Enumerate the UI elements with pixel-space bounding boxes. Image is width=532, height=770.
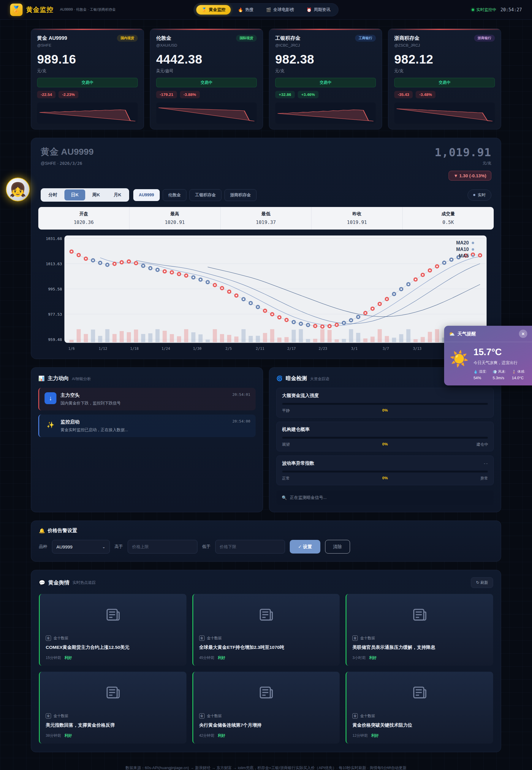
newspaper-icon: [105, 684, 121, 701]
signal-title: 监控启动: [61, 419, 128, 425]
main-force-panel: 📊 主力动向 AI智能分析 ↓ 主力空头 国内黄金价下跌，监控到下跌信号 20:…: [31, 367, 263, 512]
tab-instrument-au9999[interactable]: AU9999: [133, 189, 160, 201]
svg-text:MA20: MA20: [456, 240, 469, 245]
change-percent: +3.46%: [298, 91, 319, 98]
thermometer-icon: 🌡️: [512, 370, 516, 374]
wind-stat: 💨风速: 5.3m/s: [493, 369, 506, 380]
card-title: 伦敦金: [156, 35, 171, 42]
jin10-source-icon: 金: [352, 713, 358, 719]
news-time: 12分钟前: [352, 733, 368, 738]
weather-title: 天气提醒: [457, 331, 476, 337]
stat-value: 1020.91: [129, 219, 220, 225]
above-label: 高于: [115, 544, 123, 549]
main-nav: 🏅 黄金监控 🔥 热搜 🎬 全球电影榜 ⏰ 周期资讯: [194, 3, 338, 16]
close-icon[interactable]: ✕: [519, 330, 527, 338]
clear-alert-button[interactable]: 清除: [325, 540, 350, 554]
assistant-avatar[interactable]: 👧: [6, 178, 30, 201]
news-card[interactable]: 金金十数据全球最大黄金ETF持仓增加2.3吨至1070吨45分钟前利好: [192, 594, 340, 666]
news-card[interactable]: 金金十数据央行黄金储备连续第7个月增持42分钟前利好: [192, 672, 340, 744]
sun-icon: ☀️: [449, 351, 469, 380]
change-percent: -2.23%: [58, 91, 78, 98]
price-card-au9999[interactable]: 黄金 AU9999 国内现货 @SHFE 989.16 元/克 交易中 -22.…: [31, 29, 144, 129]
metric-volatility-index: 波动率异常指数 -- 正常 0% 异常: [276, 456, 494, 485]
kline-chart-area[interactable]: 1031.681013.63995.58977.53959.48MA20MA10…: [38, 234, 494, 353]
nav-tab-label: 黄金监控: [209, 7, 226, 12]
below-label: 低于: [202, 544, 210, 549]
newspaper-icon: [105, 607, 121, 623]
tab-period-minute[interactable]: 分时: [42, 189, 64, 200]
stat-label: 最低: [221, 211, 311, 217]
news-thumbnail: [199, 672, 334, 713]
nav-tab-movies[interactable]: 🎬 全球电影榜: [261, 5, 299, 15]
weather-popup: ⛅ 天气提醒 ✕ ☀️ 15.7°C 今日天气凉爽，适宜出行 💧湿度: 54% …: [444, 326, 532, 385]
card-badge: 浙商银行: [474, 35, 495, 42]
tab-instrument-london[interactable]: 伦敦金: [163, 189, 186, 201]
svg-text:1031.68: 1031.68: [46, 236, 62, 241]
news-card[interactable]: 金金十数据美联储官员表示通胀压力缓解，支持降息3小时前利好: [346, 594, 493, 666]
price-card-icbc[interactable]: 工银积存金 工商银行 @ICBC_JRCJ 982.38 元/克 交易中 +32…: [269, 29, 382, 129]
main-kline-chart: 1031.681013.63995.58977.53959.48MA20MA10…: [38, 234, 494, 353]
set-alert-button[interactable]: ✓ 设置: [290, 540, 320, 554]
tab-instrument-zscb[interactable]: 浙商积存金: [224, 189, 257, 201]
card-price: 982.12: [394, 52, 495, 67]
stat-value: 1019.91: [311, 219, 402, 225]
tab-period-daily[interactable]: 日K: [64, 189, 85, 200]
news-sentiment-tag: 利好: [218, 655, 225, 660]
price-card-zscb[interactable]: 浙商积存金 浙商银行 @ZSCB_JRCJ 982.12 元/克 交易中 -35…: [388, 29, 501, 129]
bar-chart-icon: 📊: [38, 375, 45, 382]
trading-status: 交易中: [156, 78, 257, 87]
nav-tab-label: 全球电影榜: [273, 7, 294, 12]
card-code: @XAU/USD: [156, 43, 257, 48]
news-thumbnail: [199, 594, 334, 635]
news-card[interactable]: 金金十数据黄金价格突破关键技术阻力位12分钟前利好: [346, 672, 493, 744]
panel-title: 暗金检测: [286, 375, 307, 382]
stat-value: 0.5K: [403, 219, 494, 225]
stat-value: 1019.37: [221, 219, 311, 225]
nav-tab-gold-monitor[interactable]: 🏅 黄金监控: [196, 5, 231, 15]
trading-status: 交易中: [37, 78, 138, 87]
change-value: +32.86: [275, 91, 295, 98]
trading-status: 交易中: [275, 78, 376, 87]
nav-tab-hot-search[interactable]: 🔥 热搜: [233, 5, 259, 15]
news-thumbnail: [352, 594, 487, 635]
droplet-icon: 💧: [474, 370, 478, 374]
upper-price-input[interactable]: [128, 540, 197, 554]
weather-desc: 今日天气凉爽，适宜出行: [474, 360, 525, 366]
signal-time: 20:54:00: [232, 419, 250, 423]
change-value: -179.21: [156, 91, 177, 98]
lower-price-input[interactable]: [215, 540, 285, 554]
chart-change-badge: ▼ 1.30 (-0.13%): [449, 171, 491, 181]
jin10-source-icon: 金: [46, 713, 51, 719]
svg-text:1/12: 1/12: [99, 347, 107, 351]
main-chart-panel: 黄金 AU9999 @SHFE · 2026/3/26 1,019.91 元/克…: [31, 138, 501, 359]
news-headline: 黄金价格突破关键技术阻力位: [352, 722, 487, 728]
tab-instrument-icbc[interactable]: 工银积存金: [189, 189, 221, 201]
symbol-select[interactable]: AU9999 ⌄: [52, 540, 110, 554]
wind-icon: 💨: [493, 370, 497, 374]
svg-text:977.53: 977.53: [48, 312, 62, 317]
chart-price-unit: 元/克: [435, 161, 491, 166]
news-source: 金十数据: [207, 636, 222, 641]
news-time: 42分钟前: [199, 733, 214, 738]
brand: 🏅 黄金监控 AU9999 · 伦敦金 · 工银/浙商积存金: [10, 4, 116, 16]
news-source: 金十数据: [53, 636, 68, 641]
stat-label: 成交量: [403, 211, 494, 217]
app-subtitle: AU9999 · 伦敦金 · 工银/浙商积存金: [60, 7, 116, 12]
news-card[interactable]: 金金十数据COMEX黄金期货主力合约上涨12.50美元15分钟前利好: [39, 594, 186, 666]
svg-text:3/13: 3/13: [413, 347, 422, 351]
news-source: 金十数据: [53, 714, 68, 719]
price-card-london-gold[interactable]: 伦敦金 国际现货 @XAU/USD 4442.38 美元/盎司 交易中 -179…: [150, 29, 263, 129]
sparkline: [37, 102, 138, 124]
nav-tab-cycle-news[interactable]: ⏰ 周期资讯: [301, 5, 335, 15]
signal-item-start[interactable]: ✨ 监控启动 黄金实时监控已启动，正在接入数据... 20:54:00: [38, 415, 256, 437]
refresh-button[interactable]: ↻ 刷新: [471, 577, 493, 588]
tab-period-monthly[interactable]: 月K: [107, 189, 128, 200]
card-title: 黄金 AU9999: [37, 35, 67, 42]
signal-item-short[interactable]: ↓ 主力空头 国内黄金价下跌，监控到下跌信号 20:54:01: [38, 388, 256, 410]
news-card[interactable]: 金金十数据美元指数回落，支撑黄金价格反弹38分钟前利好: [39, 672, 186, 744]
realtime-badge: 实时: [468, 189, 491, 201]
svg-text:1013.63: 1013.63: [46, 262, 62, 266]
tab-period-weekly[interactable]: 周K: [86, 189, 107, 200]
stat-value: 1020.36: [38, 219, 129, 225]
card-code: @SHFE: [37, 43, 138, 48]
